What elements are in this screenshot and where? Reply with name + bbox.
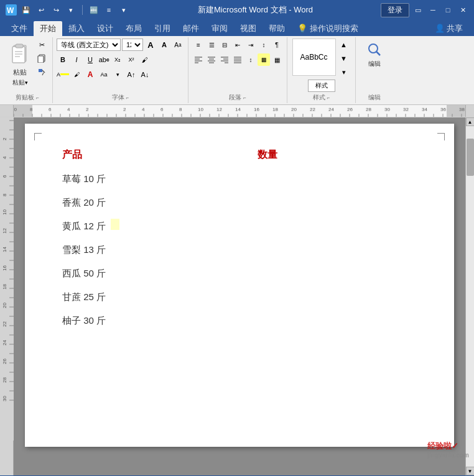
numbered-list-button[interactable]: ☰ [205, 39, 218, 51]
col-product-label: 产品 [62, 149, 82, 160]
customize-btn[interactable]: 🔤 [88, 4, 100, 16]
italic-button[interactable]: I [70, 53, 83, 66]
title-bar-right: 登录 ▭ ─ □ ✕ [381, 3, 469, 17]
underline-button[interactable]: U [84, 53, 96, 66]
undo-button[interactable]: ↩ [35, 4, 47, 16]
tab-help[interactable]: 帮助 [263, 21, 291, 36]
svg-rect-4 [16, 44, 23, 48]
tab-mailings[interactable]: 邮件 [177, 21, 205, 36]
style-scroll-down[interactable]: ▼ [337, 52, 351, 65]
font-grow-button[interactable]: A↑ [125, 68, 137, 81]
align-left-button[interactable] [192, 53, 205, 66]
superscript-button[interactable]: X² [125, 53, 137, 66]
tab-file[interactable]: 文件 [5, 21, 34, 36]
paste-button[interactable]: 粘贴 [6, 39, 34, 78]
multilevel-list-button[interactable]: ⊟ [218, 39, 231, 51]
scroll-thumb[interactable] [467, 139, 474, 176]
shading-button[interactable]: ▩ [258, 53, 270, 66]
style-scroll-up[interactable]: ▲ [337, 39, 351, 51]
ribbon-content: 粘贴 粘贴 ▾ ✂ [0, 36, 474, 105]
find-label: 编辑 [368, 60, 381, 68]
text-shade-button[interactable]: 🖌 [70, 68, 83, 81]
more-btn[interactable]: ≡ [103, 4, 115, 16]
word-icon: W [5, 4, 17, 16]
font-label: 字体 ⌐ [112, 92, 129, 102]
tab-references[interactable]: 引用 [148, 21, 177, 36]
svg-line-30 [376, 52, 380, 55]
styles-expand-icon[interactable]: ⌐ [327, 95, 330, 101]
change-case-dropdown[interactable]: ▾ [111, 68, 124, 81]
scroll-down-button[interactable]: ▼ [466, 467, 475, 475]
scroll-up-button[interactable]: ▲ [466, 117, 475, 126]
dropdown-btn[interactable]: ▾ [118, 4, 130, 16]
clipboard-expand-icon[interactable]: ⌐ [36, 95, 39, 101]
clipboard-group-content: 粘贴 粘贴 ▾ ✂ [6, 39, 49, 92]
justify-button[interactable] [231, 53, 244, 66]
ruler-row [0, 105, 474, 117]
increase-indent-button[interactable]: ⇥ [244, 39, 257, 51]
style-nav-buttons: ▲ ▼ ▾ [337, 39, 351, 78]
align-center-button[interactable] [205, 53, 218, 66]
font-size-up-button[interactable]: A [144, 39, 157, 51]
text-highlight-button[interactable]: A [57, 68, 69, 81]
restore-button[interactable]: □ [442, 4, 454, 16]
tab-layout[interactable]: 布局 [119, 21, 148, 36]
para-row-2: ↕ ▩ ▦ [192, 53, 283, 66]
tab-search[interactable]: 💡 操作说明搜索 [291, 21, 365, 36]
doc-scroll[interactable]: 产品 数量 草莓 10 斤 香蕉 20 斤 黄瓜 12 斤 雪梨 13 斤 西瓜… [14, 117, 465, 475]
strikethrough-button[interactable]: abc [98, 53, 110, 66]
font-expand-icon[interactable]: ⌐ [126, 95, 129, 101]
subscript-button[interactable]: X₂ [111, 53, 124, 66]
styles-label: 样式 ⌐ [313, 92, 330, 102]
case-button[interactable]: Aa [98, 68, 110, 81]
style-expand[interactable]: ▾ [337, 66, 351, 78]
col-quantity-label: 数量 [258, 149, 277, 160]
font-size-down-button[interactable]: A [158, 39, 170, 51]
align-right-button[interactable] [218, 53, 231, 66]
close-button[interactable]: ✕ [457, 4, 469, 16]
tab-insert[interactable]: 插入 [62, 21, 91, 36]
font-shrink-button[interactable]: A↓ [139, 68, 151, 81]
tab-view[interactable]: 视图 [234, 21, 263, 36]
style-preview[interactable]: AaBbCc [292, 39, 336, 76]
format-painter-button[interactable] [35, 66, 49, 78]
font-size-select[interactable]: 12 [122, 39, 143, 51]
show-marks-button[interactable]: ¶ [271, 39, 283, 51]
cut-button[interactable]: ✂ [35, 39, 49, 51]
ribbon-toggle-button[interactable]: ▭ [412, 4, 424, 16]
clear-format-button[interactable]: Aa [172, 39, 184, 51]
cursor-highlight [111, 219, 119, 230]
borders-button[interactable]: ▦ [271, 53, 283, 66]
bold-button[interactable]: B [57, 53, 69, 66]
list-item: 雪梨 13 斤 [62, 242, 417, 257]
sort-button[interactable]: ↕ [258, 39, 270, 51]
share-label: 共享 [447, 23, 463, 34]
font-color-button[interactable]: A [84, 68, 96, 81]
watermark-domain: jingyanla.com [427, 452, 469, 459]
paste-dropdown-icon[interactable]: ▾ [25, 80, 28, 86]
decrease-indent-button[interactable]: ⇤ [231, 39, 244, 51]
copy-button[interactable] [35, 52, 49, 65]
quick-access-more[interactable]: ▾ [65, 4, 77, 16]
redo-button[interactable]: ↪ [50, 4, 62, 16]
watermark: 经验啦✓ jingyanla.com [427, 441, 469, 459]
editing-group-content: 编辑 [361, 39, 388, 92]
scroll-track[interactable] [466, 126, 474, 467]
share-button[interactable]: 👤 共享 [429, 21, 469, 36]
find-button[interactable]: 编辑 [361, 39, 388, 68]
styles-group: AaBbCc ▲ ▼ ▾ 样式 样式 ⌐ [287, 37, 356, 103]
font-color-more[interactable]: 🖌 [139, 53, 151, 66]
tab-home[interactable]: 开始 [34, 21, 62, 36]
save-button[interactable]: 💾 [20, 4, 32, 16]
minimize-button[interactable]: ─ [427, 4, 439, 16]
font-family-select[interactable]: 等线 (西文正文) [57, 39, 121, 51]
styles-panel-button[interactable]: 样式 [308, 80, 335, 92]
lightbulb-icon: 💡 [297, 23, 307, 34]
tab-design[interactable]: 设计 [91, 21, 119, 36]
login-button[interactable]: 登录 [381, 3, 409, 17]
bullets-button[interactable]: ≡ [192, 39, 205, 51]
title-bar-left: W 💾 ↩ ↪ ▾ 🔤 ≡ ▾ [5, 4, 130, 16]
para-expand-icon[interactable]: ⌐ [243, 95, 246, 101]
line-spacing-button[interactable]: ↕ [244, 53, 257, 66]
tab-review[interactable]: 审阅 [205, 21, 234, 36]
